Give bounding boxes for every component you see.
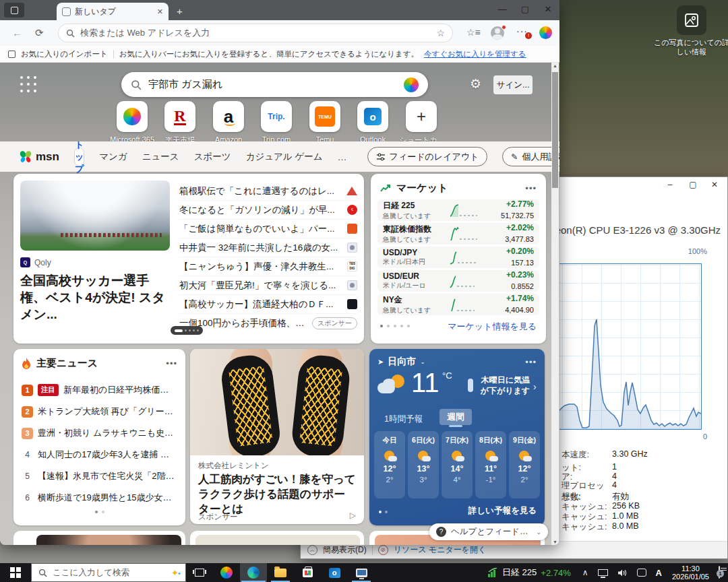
favorites-import-button[interactable]: お気に入りのインポート xyxy=(21,49,108,59)
taskbar-taskmgr-button[interactable] xyxy=(348,563,375,582)
forecast-day[interactable]: 8日(木) 11° -1° xyxy=(475,431,506,498)
ntp-search-box[interactable]: 宇部市 ガス漏れ xyxy=(121,72,428,97)
weather-city[interactable]: 日向市 xyxy=(388,356,416,368)
taskbar-store-button[interactable] xyxy=(294,563,321,582)
quick-link-microsoft365[interactable]: Microsoft 365 xyxy=(109,101,156,143)
headline-item[interactable]: 【ニャンちゅう】声優・津久井教生... TBS DIG xyxy=(179,257,357,276)
sponsored-card[interactable]: 株式会社レミントン 人工筋肉がすごい！膝を守ってラクラク歩ける話題のサポーターと… xyxy=(190,349,364,524)
headline-item[interactable]: 冬になると「ガソリンの減り」が早... ‹ xyxy=(179,201,357,220)
open-resource-monitor-link[interactable]: リソース モニターを開く xyxy=(394,544,487,556)
cutoff-card[interactable] xyxy=(13,531,185,545)
show-hidden-icons-chevron[interactable]: ∧ xyxy=(578,568,593,577)
headline-item[interactable]: 【高校サッカー】流通経大柏のＤＦ... xyxy=(179,295,357,314)
top-news-item[interactable]: 6 横断歩道で19歳男性と15歳少女はね... xyxy=(22,489,177,507)
more-menu-icon[interactable]: ••• xyxy=(525,357,537,367)
tab-weekly-forecast[interactable]: 週間 xyxy=(439,409,472,425)
back-icon[interactable]: ← xyxy=(12,27,22,38)
notification-center-button[interactable]: 1 xyxy=(715,567,728,579)
taskbar-search-box[interactable]: ここに入力して検索 ✦ xyxy=(31,563,186,582)
forecast-day[interactable]: 9日(金) 12° 2° xyxy=(509,431,540,498)
headline-item[interactable]: 「ご飯は簡単なものでいいよ」パー... xyxy=(179,220,357,238)
copilot-icon[interactable] xyxy=(404,77,419,92)
forecast-day[interactable]: 今日 12° 2° xyxy=(374,431,405,498)
market-row-usdeur[interactable]: USD/EUR米ドル/ユーロ +0.23%0.8552 xyxy=(377,270,539,292)
ime-tool-icon[interactable] xyxy=(632,569,651,577)
nav-tab-sports[interactable]: スポーツ xyxy=(194,151,231,163)
nav-more-icon[interactable]: … xyxy=(338,152,347,162)
window-maximize-button[interactable]: ▢ xyxy=(514,4,537,14)
quick-link-rakuten[interactable]: R 楽天市場 xyxy=(156,101,204,146)
tab-close-icon[interactable]: ✕ xyxy=(157,7,163,16)
quick-link-add-shortcut[interactable]: + ショートカ... xyxy=(398,101,445,146)
taskbar-copilot-button[interactable] xyxy=(213,563,240,582)
taskbar-explorer-button[interactable] xyxy=(267,563,294,582)
top-news-item[interactable]: 3 豊洲・初競り ムラサキウニも史上最... xyxy=(22,424,177,442)
tab-hourly-forecast[interactable]: 1時間予報 xyxy=(379,411,428,428)
network-icon[interactable] xyxy=(593,569,613,576)
carousel-dots[interactable] xyxy=(380,325,410,327)
simple-view-toggle[interactable]: 簡易表示(D) xyxy=(323,544,367,556)
feed-layout-button[interactable]: フィードのレイアウト xyxy=(367,147,488,166)
hero-story-title[interactable]: 全国高校サッカー選手権、ベスト4が決定! スタメン... xyxy=(20,272,172,323)
market-info-link[interactable]: マーケット情報を見る xyxy=(448,321,537,333)
cutoff-card[interactable] xyxy=(190,531,364,545)
nav-tab-news[interactable]: ニュース xyxy=(142,151,179,163)
quick-link-tripcom[interactable]: Trip. Trip.com xyxy=(253,101,300,143)
market-row-topix[interactable]: 東証株価指数急騰しています +2.02%3,477.83 xyxy=(377,223,539,245)
msn-logo[interactable]: msn xyxy=(19,150,59,164)
chevron-right-icon[interactable]: › xyxy=(533,381,537,392)
forecast-day[interactable]: 7日(水) 14° 4° xyxy=(442,431,473,498)
taskbar-edge-button[interactable] xyxy=(240,563,267,582)
stock-ticker[interactable]: 日経 225 +2.74% xyxy=(481,567,578,579)
new-tab-button[interactable]: + xyxy=(177,5,183,17)
ad-choices-icon[interactable]: ▷ xyxy=(350,511,356,520)
start-button[interactable] xyxy=(0,563,31,582)
market-row-usdjpy[interactable]: USD/JPY米ドル/日本円 +0.20%157.13 xyxy=(377,247,539,268)
top-news-item[interactable]: 1 注目 新年最初の日経平均株価の上... xyxy=(22,381,177,399)
page-scrollbar[interactable]: ▲ ▼ xyxy=(551,63,559,545)
collections-icon[interactable]: ☆≡ xyxy=(466,27,481,38)
copilot-icon[interactable] xyxy=(539,26,552,39)
app-launcher-icon[interactable] xyxy=(20,76,38,94)
detailed-forecast-link[interactable]: 詳しい予報を見る xyxy=(468,505,537,517)
top-news-item[interactable]: 4 知人同士の17歳少年3人を逮捕 静岡... xyxy=(22,446,177,463)
taskbar-outlook-button[interactable]: o xyxy=(321,563,348,582)
refresh-icon[interactable]: ⟳ xyxy=(35,27,44,39)
carousel-dots[interactable] xyxy=(379,511,388,513)
quick-link-outlook[interactable]: o Outlook xyxy=(349,101,396,143)
scroll-up-arrow[interactable]: ▲ xyxy=(551,63,559,68)
browser-tab[interactable]: 新しいタブ ✕ xyxy=(57,3,169,20)
market-row-nygold[interactable]: NY金急騰しています +1.74%4,404.90 xyxy=(377,294,539,315)
hero-story-image[interactable] xyxy=(20,181,170,251)
address-bar[interactable]: 検索または Web アドレスを入力 ☆ xyxy=(58,24,453,42)
bookmark-star-icon[interactable]: ☆ xyxy=(436,28,445,38)
gear-icon[interactable]: ⚙ xyxy=(470,76,481,92)
task-view-button[interactable] xyxy=(186,563,213,582)
headline-item-sponsored[interactable]: 一個100円からお手頃価格、従... スポンサー xyxy=(179,314,357,333)
scrollbar-thumb[interactable] xyxy=(552,72,558,188)
scroll-down-arrow[interactable]: ▼ xyxy=(551,540,559,544)
taskbar-clock[interactable]: 11:30 2026/01/05 xyxy=(667,564,715,581)
quick-link-amazon[interactable]: a Amazon xyxy=(205,101,252,143)
nav-tab-manga[interactable]: マンガ xyxy=(99,151,127,163)
volume-icon[interactable] xyxy=(613,569,632,577)
taskmgr-close-button[interactable]: ✕ xyxy=(704,180,725,191)
nav-tab-top[interactable]: トップ xyxy=(74,148,84,166)
ime-mode-indicator[interactable]: A xyxy=(651,568,667,578)
taskmgr-maximize-button[interactable]: ▢ xyxy=(683,180,703,191)
headline-item[interactable]: 初大河「豊臣兄弟!」で寧々を演じる... xyxy=(179,276,357,295)
market-row-nikkei[interactable]: 日経 225急騰しています +2.77%51,732.75 xyxy=(377,199,539,221)
help-feedback-button[interactable]: ? ヘルプとフィードバック ⌄ xyxy=(429,523,548,540)
manage-favorites-link[interactable]: 今すぐお気に入りを管理する xyxy=(424,49,526,59)
nav-tab-casual-games[interactable]: カジュアル ゲーム xyxy=(246,151,323,163)
headline-item[interactable]: 中井貴一 32年前に共演した16歳の女... xyxy=(179,238,357,257)
forecast-day[interactable]: 6日(火) 13° 3° xyxy=(408,431,439,498)
spotlight-photo-icon[interactable] xyxy=(677,5,706,35)
chevron-down-icon[interactable]: ⌄ xyxy=(420,358,425,365)
window-close-button[interactable]: ✕ xyxy=(537,4,559,14)
workspaces-button[interactable] xyxy=(4,3,24,18)
taskmgr-minimize-button[interactable]: – xyxy=(660,180,680,191)
quick-link-temu[interactable]: TEMU Temu xyxy=(301,101,348,143)
more-menu-icon[interactable]: ••• xyxy=(166,358,177,368)
top-news-item[interactable]: 5 【速報】氷見市で住宅火災「2階の窓... xyxy=(22,467,177,485)
